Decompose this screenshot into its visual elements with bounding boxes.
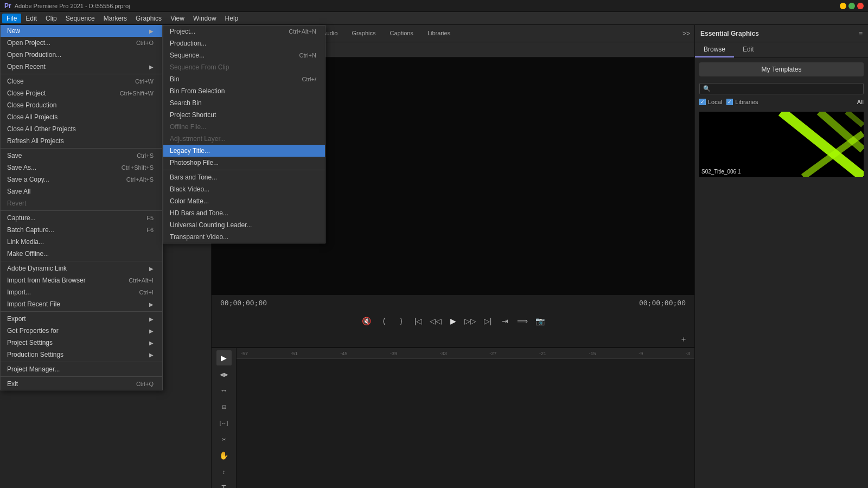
tool-pen[interactable]: ↕: [216, 464, 232, 479]
title-bar: Pr Adobe Premiere Pro 2021 - D:\55556.pr…: [0, 0, 868, 12]
new-submenu-project-shortcut[interactable]: Project Shortcut: [163, 109, 325, 121]
maximize-button[interactable]: [848, 3, 855, 9]
tool-slip[interactable]: ✋: [216, 448, 232, 463]
new-submenu-search-bin[interactable]: Search Bin: [163, 97, 325, 109]
minimize-button[interactable]: [840, 3, 846, 9]
menu-item-import[interactable]: Import... Ctrl+I: [1, 286, 162, 298]
tool-razor[interactable]: ✂: [216, 432, 232, 447]
new-submenu-bars-tone[interactable]: Bars and Tone...: [163, 171, 325, 183]
new-submenu-bin[interactable]: Bin Ctrl+/: [163, 73, 325, 85]
new-submenu-production[interactable]: Production...: [163, 37, 325, 49]
mute-button[interactable]: 🔇: [360, 314, 373, 328]
arrow-icon-props: ▶: [149, 328, 154, 334]
menu-item-refresh[interactable]: Refresh All Projects: [1, 135, 162, 147]
eg-menu-icon[interactable]: ≡: [859, 30, 863, 37]
export-frame-button[interactable]: 📷: [533, 314, 546, 328]
insert-button[interactable]: ⇥: [499, 314, 512, 328]
eg-thumbnail[interactable]: S02_Title_006 1: [699, 112, 864, 177]
tab-libraries[interactable]: Libraries: [421, 28, 457, 40]
add-marker-button[interactable]: ＋: [677, 333, 690, 346]
menu-item-adobe-dynamic-link[interactable]: Adobe Dynamic Link ▶: [1, 262, 162, 274]
eg-my-templates-button[interactable]: My Templates: [699, 62, 864, 76]
close-button[interactable]: [857, 3, 864, 9]
menu-item-new[interactable]: New ▶: [1, 25, 162, 37]
tab-captions[interactable]: Captions: [383, 28, 419, 40]
menu-item-make-offline[interactable]: Make Offline...: [1, 248, 162, 260]
tool-selection[interactable]: ▶: [216, 350, 232, 365]
tool-type[interactable]: T: [216, 480, 232, 488]
menu-item-revert: Revert: [1, 197, 162, 209]
menu-item-import-recent[interactable]: Import Recent File ▶: [1, 298, 162, 310]
overwrite-button[interactable]: ⟹: [516, 314, 529, 328]
menu-item-production-settings[interactable]: Production Settings ▶: [1, 349, 162, 361]
menu-view[interactable]: View: [166, 14, 189, 23]
new-submenu-black-video[interactable]: Black Video...: [163, 183, 325, 195]
menu-file[interactable]: File: [2, 14, 21, 23]
tool-rate-stretch[interactable]: [↔]: [216, 415, 232, 431]
monitor-extra-controls: ＋: [212, 332, 694, 347]
menu-clip[interactable]: Clip: [41, 14, 61, 23]
new-submenu-hd-bars[interactable]: HD Bars and Tone...: [163, 207, 325, 219]
menu-item-exit[interactable]: Exit Ctrl+Q: [1, 378, 162, 390]
new-submenu-color-matte[interactable]: Color Matte...: [163, 195, 325, 207]
menu-graphics[interactable]: Graphics: [131, 14, 166, 23]
tool-rolling-edit[interactable]: ⊟: [216, 399, 232, 414]
new-submenu-project[interactable]: Project... Ctrl+Alt+N: [163, 25, 325, 37]
menu-markers[interactable]: Markers: [99, 14, 131, 23]
eg-search-input[interactable]: [713, 86, 860, 92]
menu-item-close-project[interactable]: Close Project Ctrl+Shift+W: [1, 87, 162, 99]
play-button[interactable]: ▶: [446, 314, 459, 328]
new-submenu-sequence[interactable]: Sequence... Ctrl+N: [163, 49, 325, 61]
menu-item-import-media-browser[interactable]: Import from Media Browser Ctrl+Alt+I: [1, 274, 162, 286]
menu-item-close[interactable]: Close Ctrl+W: [1, 75, 162, 87]
go-to-in-button[interactable]: |◁: [412, 314, 425, 328]
menu-item-open-project[interactable]: Open Project... Ctrl+O: [1, 37, 162, 49]
menu-item-get-properties[interactable]: Get Properties for ▶: [1, 325, 162, 337]
menu-help[interactable]: Help: [221, 14, 243, 23]
divider6: [1, 362, 162, 362]
step-back-button[interactable]: ⟨: [377, 314, 390, 328]
tab-graphics[interactable]: Graphics: [345, 28, 382, 40]
menu-item-save[interactable]: Save Ctrl+S: [1, 150, 162, 162]
menu-item-project-manager[interactable]: Project Manager...: [1, 363, 162, 375]
left-section: New ▶ Open Project... Ctrl+O Open Produc…: [0, 25, 212, 488]
menu-item-open-production[interactable]: Open Production...: [1, 49, 162, 61]
menu-item-export[interactable]: Export ▶: [1, 313, 162, 325]
new-submenu-photoshop[interactable]: Photoshop File...: [163, 157, 325, 169]
menu-item-project-settings[interactable]: Project Settings ▶: [1, 337, 162, 349]
tool-track-select[interactable]: ◀▶: [216, 367, 232, 382]
menu-item-batch-capture[interactable]: Batch Capture... F6: [1, 224, 162, 236]
menu-item-close-all[interactable]: Close All Projects: [1, 111, 162, 123]
step-forward-button[interactable]: ⟩: [394, 314, 407, 328]
new-submenu-transparent-video[interactable]: Transparent Video...: [163, 231, 325, 243]
menu-sequence[interactable]: Sequence: [61, 14, 99, 23]
eg-tab-browse[interactable]: Browse: [695, 42, 734, 57]
menu-item-open-recent[interactable]: Open Recent ▶: [1, 61, 162, 73]
tool-ripple-edit[interactable]: ↔: [216, 383, 232, 398]
arrow-icon-irf: ▶: [149, 301, 154, 307]
menu-edit[interactable]: Edit: [21, 14, 41, 23]
play-forward-button[interactable]: ▷▷: [464, 314, 477, 328]
tabs-more-button[interactable]: >>: [682, 30, 690, 37]
menu-item-close-production[interactable]: Close Production: [1, 99, 162, 111]
eg-filter-libraries[interactable]: ✓ Libraries: [726, 99, 758, 105]
go-to-out-button[interactable]: ▷|: [481, 314, 494, 328]
new-submenu-universal-counting[interactable]: Universal Counting Leader...: [163, 219, 325, 231]
menu-item-close-all-other[interactable]: Close All Other Projects: [1, 123, 162, 135]
menu-item-save-copy[interactable]: Save a Copy... Ctrl+Alt+S: [1, 174, 162, 185]
arrow-icon-prods: ▶: [149, 352, 154, 358]
menu-item-save-as[interactable]: Save As... Ctrl+Shift+S: [1, 162, 162, 174]
play-reverse-button[interactable]: ◁◁: [429, 314, 442, 328]
eg-filter-all[interactable]: All: [857, 99, 864, 105]
eg-filters: ✓ Local ✓ Libraries All: [695, 97, 868, 107]
new-submenu-legacy-title[interactable]: Legacy Title...: [163, 145, 325, 157]
local-checkbox[interactable]: ✓: [699, 99, 706, 105]
libraries-checkbox[interactable]: ✓: [726, 99, 733, 105]
menu-item-capture[interactable]: Capture... F5: [1, 212, 162, 224]
eg-filter-local[interactable]: ✓ Local: [699, 99, 722, 105]
new-submenu-bin-selection[interactable]: Bin From Selection: [163, 85, 325, 97]
menu-item-save-all[interactable]: Save All: [1, 185, 162, 197]
menu-window[interactable]: Window: [189, 14, 221, 23]
menu-item-link-media[interactable]: Link Media...: [1, 236, 162, 248]
eg-tab-edit[interactable]: Edit: [734, 42, 763, 57]
